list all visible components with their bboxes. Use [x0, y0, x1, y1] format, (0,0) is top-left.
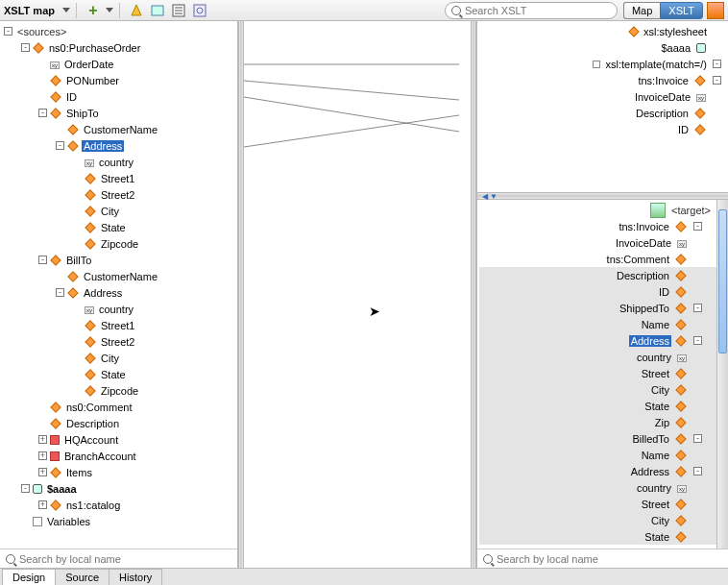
template-node[interactable]: Description	[479, 105, 724, 121]
tree-node[interactable]: City	[0, 203, 237, 219]
target-node[interactable]: countryxy	[479, 349, 716, 365]
target-node[interactable]: InvoiceDatexy	[479, 234, 716, 251]
tree-node[interactable]: Description	[0, 415, 237, 431]
tree-node[interactable]: Street2	[0, 333, 237, 350]
target-node[interactable]: Street	[479, 365, 716, 381]
tree-node[interactable]: ID	[0, 88, 237, 105]
mode-xslt-tab[interactable]: XSLT	[660, 2, 703, 19]
target-node[interactable]: Zip	[479, 414, 716, 430]
template-node[interactable]: xsl:stylesheet	[479, 23, 724, 39]
expand-toggle[interactable]: -	[21, 43, 30, 52]
target-node[interactable]: Name	[479, 447, 716, 463]
tree-node[interactable]: -Address	[0, 284, 237, 301]
target-node[interactable]: BilledTo-	[479, 430, 716, 447]
expand-toggle[interactable]: -	[56, 288, 64, 297]
target-tree[interactable]: tns:Invoice-InvoiceDatexytns:CommentDesc…	[479, 218, 716, 545]
source-search-input[interactable]	[19, 553, 231, 565]
tool-icon-3[interactable]	[171, 3, 186, 18]
expand-toggle[interactable]: -	[56, 141, 64, 150]
template-node[interactable]: InvoiceDatexy	[479, 88, 724, 105]
target-scrollbar[interactable]	[716, 200, 728, 548]
expand-toggle[interactable]: -	[693, 467, 702, 475]
sources-root[interactable]: <sources>	[15, 26, 68, 37]
expand-toggle[interactable]: -	[4, 27, 12, 36]
tree-node[interactable]: CustomerName	[0, 268, 237, 284]
tree-node[interactable]: xycountry	[0, 301, 237, 317]
main-area: -<sources>-ns0:PurchaseOrderxyOrderDateP…	[0, 21, 728, 568]
target-node[interactable]: State	[479, 528, 716, 545]
target-node[interactable]: Address-	[479, 332, 716, 349]
template-node[interactable]: xsl:template(match=/)-	[479, 56, 724, 72]
expand-toggle[interactable]: +	[38, 451, 47, 460]
expand-toggle[interactable]: -	[713, 60, 721, 68]
tree-node[interactable]: Street1	[0, 317, 237, 333]
expand-toggle[interactable]: -	[693, 336, 702, 345]
tree-node[interactable]: +HQAccount	[0, 431, 237, 448]
tree-node[interactable]: -BillTo	[0, 252, 237, 268]
expand-toggle[interactable]: -	[38, 256, 47, 264]
tree-node[interactable]: City	[0, 350, 237, 366]
target-search-input[interactable]	[497, 553, 722, 565]
tree-node[interactable]: xyOrderDate	[0, 56, 237, 72]
target-node[interactable]: Description	[479, 267, 716, 283]
template-tree[interactable]: xsl:stylesheet$aaaaxsl:template(match=/)…	[477, 21, 728, 192]
tree-node[interactable]: Street2	[0, 186, 237, 203]
tree-node[interactable]: PONumber	[0, 72, 237, 88]
tool-icon-2[interactable]	[150, 3, 165, 18]
tab-design[interactable]: Design	[2, 569, 56, 585]
tree-node[interactable]: +Items	[0, 464, 237, 480]
target-node[interactable]: ShippedTo-	[479, 300, 716, 316]
template-node[interactable]: ID	[479, 121, 724, 137]
expand-toggle[interactable]: -	[693, 434, 702, 443]
tree-node[interactable]: -$aaaa	[0, 480, 237, 497]
add-button[interactable]: +	[85, 3, 101, 18]
tree-node[interactable]: State	[0, 219, 237, 235]
tree-node[interactable]: ns0:Comment	[0, 399, 237, 415]
tree-node[interactable]: Zipcode	[0, 235, 237, 252]
tree-node[interactable]: -ns0:PurchaseOrder	[0, 39, 237, 56]
tab-source[interactable]: Source	[55, 569, 109, 585]
target-node[interactable]: tns:Comment	[479, 251, 716, 267]
mapping-canvas[interactable]: ➤	[244, 21, 471, 568]
template-node[interactable]: $aaaa	[479, 39, 724, 56]
tree-node[interactable]: -ShipTo	[0, 105, 237, 121]
tool-icon-1[interactable]	[129, 3, 144, 18]
target-node[interactable]: Street	[479, 496, 716, 512]
tree-node[interactable]: +ns1:catalog	[0, 497, 237, 513]
tree-node[interactable]: Street1	[0, 170, 237, 186]
tree-node[interactable]: -Address	[0, 137, 237, 154]
target-node[interactable]: City	[479, 512, 716, 528]
target-node[interactable]: tns:Invoice-	[479, 218, 716, 234]
tree-node[interactable]: State	[0, 366, 237, 382]
toolbar-title-dropdown[interactable]	[62, 8, 70, 12]
expand-toggle[interactable]: -	[693, 222, 702, 231]
expand-toggle[interactable]: -	[21, 484, 30, 493]
target-node[interactable]: Name	[479, 316, 716, 332]
mode-map-tab[interactable]: Map	[623, 2, 660, 19]
expand-toggle[interactable]: -	[713, 76, 721, 85]
source-tree[interactable]: -<sources>-ns0:PurchaseOrderxyOrderDateP…	[0, 21, 237, 548]
tab-history[interactable]: History	[109, 569, 162, 585]
add-dropdown[interactable]	[106, 8, 113, 12]
target-node[interactable]: State	[479, 398, 716, 414]
toolbar-search[interactable]	[445, 2, 618, 19]
tree-node[interactable]: CustomerName	[0, 121, 237, 137]
expand-toggle[interactable]: +	[38, 500, 47, 509]
tree-node[interactable]: xycountry	[0, 154, 237, 170]
target-node[interactable]: City	[479, 381, 716, 398]
right-panel-divider[interactable]: ◀▼	[477, 192, 728, 200]
target-node[interactable]: countryxy	[479, 479, 716, 496]
element-icon	[675, 499, 686, 509]
toolbar-search-input[interactable]	[465, 5, 611, 16]
template-node[interactable]: tns:Invoice-	[479, 72, 724, 88]
expand-toggle[interactable]: -	[38, 109, 47, 117]
tree-node[interactable]: Variables	[0, 513, 237, 529]
target-node[interactable]: ID	[479, 283, 716, 300]
expand-toggle[interactable]: +	[38, 468, 47, 476]
target-node[interactable]: Address-	[479, 463, 716, 479]
expand-toggle[interactable]: -	[693, 304, 702, 312]
tree-node[interactable]: Zipcode	[0, 382, 237, 399]
expand-toggle[interactable]: +	[38, 435, 47, 444]
tool-icon-4[interactable]	[192, 3, 207, 18]
tree-node[interactable]: +BranchAccount	[0, 448, 237, 464]
